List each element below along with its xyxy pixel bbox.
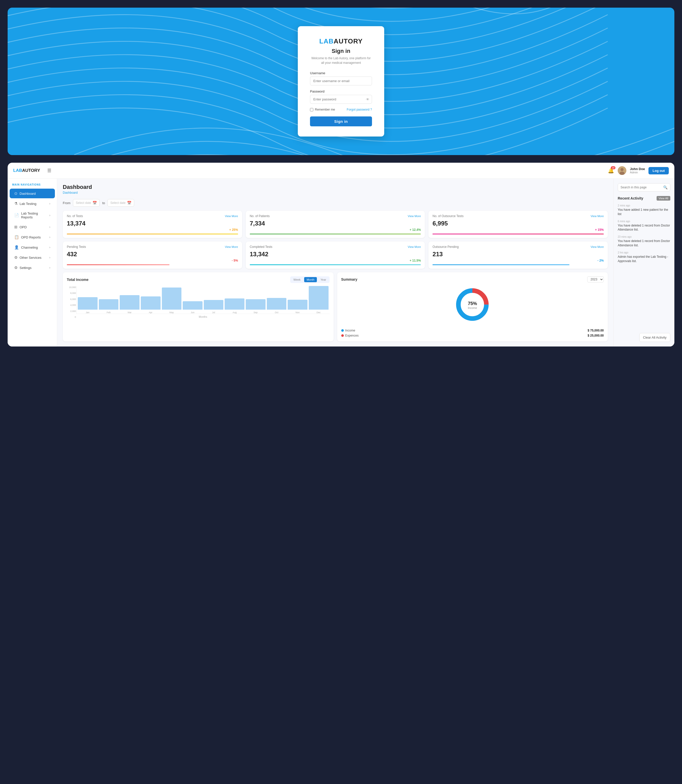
search-icon: 🔍 xyxy=(663,185,668,189)
year-tab[interactable]: Year xyxy=(318,277,328,282)
user-role: Admin xyxy=(630,171,645,174)
summary-title: Summary xyxy=(341,277,357,281)
svg-point-1 xyxy=(620,168,623,171)
stat-card-outsource-pending: Outsource Pending View More 213 - 2% xyxy=(429,241,608,269)
password-group: Password 👁 xyxy=(310,89,372,104)
chevron-icon: › xyxy=(49,214,50,217)
date-filter: From Select date 📅 to Select date 📅 xyxy=(63,199,608,207)
bar-col xyxy=(120,295,140,310)
bar-label: May xyxy=(169,311,174,314)
sidebar-item-label: Lab Testing Reports xyxy=(21,211,49,219)
income-label: Income xyxy=(345,329,355,332)
view-more-outsource[interactable]: View More xyxy=(591,214,604,217)
view-more-tests[interactable]: View More xyxy=(225,214,238,217)
stat-value-pending: 432 xyxy=(67,251,238,258)
activity-text: You have deleted 1 record from Doctor At… xyxy=(618,239,670,247)
lab-testing-icon: ⚗ xyxy=(14,201,18,206)
stat-value-tests: 13,374 xyxy=(67,220,238,227)
remember-checkbox[interactable] xyxy=(310,108,313,111)
bar-label: Sep xyxy=(253,311,258,314)
chart-tabs: Week Month Year xyxy=(290,276,330,283)
sidebar-section-label: MAIN NAVIGATIONS xyxy=(8,183,57,188)
signin-button[interactable]: Sign in xyxy=(310,117,372,126)
stat-value-outsource: 6,995 xyxy=(432,220,604,227)
sidebar-item-lab-testing[interactable]: ⚗ Lab Testing › xyxy=(10,199,55,208)
calendar-icon-2: 📅 xyxy=(127,201,131,205)
eye-icon[interactable]: 👁 xyxy=(366,97,370,101)
stat-title: Completed Tests xyxy=(250,245,272,249)
stat-bar-outsource xyxy=(432,234,604,235)
activity-item: 6 mins agoYou have deleted 1 record from… xyxy=(618,220,670,232)
forgot-password-link[interactable]: Forgot password ? xyxy=(347,108,372,111)
chevron-icon: › xyxy=(49,225,50,229)
opd-icon: ⊞ xyxy=(14,225,18,229)
view-more-outsource-pending[interactable]: View More xyxy=(591,245,604,248)
stat-value-completed: 13,342 xyxy=(250,251,421,258)
search-input[interactable] xyxy=(620,185,661,189)
sidebar-item-dashboard[interactable]: ⊙ Dashboard xyxy=(10,188,55,198)
stat-change-outsource-pending: - 2% xyxy=(432,259,604,262)
charts-row: Total Income Week Month Year 10,000 8,00… xyxy=(63,272,608,342)
view-all-button[interactable]: View All xyxy=(657,196,670,201)
bar-chart-container: 10,000 8,000 6,000 4,000 2,000 0 JanFebM… xyxy=(67,286,330,323)
stat-cards-row-2: Pending Tests View More 432 - 5% Complet… xyxy=(63,241,608,269)
donut-legend: Income $ 75,000.00 Expences $ 25,000.00 xyxy=(341,329,604,337)
clear-activity-button[interactable]: Clear All Activity xyxy=(639,333,670,342)
from-date-input[interactable]: Select date 📅 xyxy=(73,199,100,207)
activity-item: 2 mins agoYou have added 1 new patient f… xyxy=(618,204,670,216)
password-input[interactable] xyxy=(310,95,372,104)
bar-wrap: Apr xyxy=(141,286,161,314)
activity-time: 23 mins ago xyxy=(618,235,670,238)
view-more-patients[interactable]: View More xyxy=(408,214,421,217)
sidebar-item-opd-reports[interactable]: 📋 OPD Reports › xyxy=(10,232,55,242)
username-input[interactable] xyxy=(310,77,372,85)
stat-change-tests: + 25% xyxy=(67,228,238,232)
sidebar-item-other-services[interactable]: ⚙ Other Services › xyxy=(10,253,55,262)
sidebar-item-lab-testing-reports[interactable]: 📄 Lab Testing Reports › xyxy=(10,209,55,222)
expense-dot xyxy=(341,334,344,337)
bar-label: Apr xyxy=(149,311,153,314)
week-tab[interactable]: Week xyxy=(291,277,303,282)
activity-time: 2 hrs ago xyxy=(618,251,670,254)
year-select[interactable]: 2023 2022 2021 xyxy=(587,276,604,283)
income-value: $ 75,000.00 xyxy=(588,329,604,332)
income-dot xyxy=(341,329,344,332)
bar-label: Dec xyxy=(317,311,321,314)
stat-title: No. of Outsource Tests xyxy=(432,214,464,218)
channeling-icon: 👤 xyxy=(14,245,19,250)
activity-list: 2 mins agoYou have added 1 new patient f… xyxy=(618,204,670,329)
remember-label[interactable]: Remember me xyxy=(310,108,335,111)
sidebar-item-channeling[interactable]: 👤 Channeling › xyxy=(10,243,55,252)
month-tab[interactable]: Month xyxy=(304,277,317,282)
sidebar-item-opd[interactable]: ⊞ OPD › xyxy=(10,222,55,232)
nav-logo: LABAUTORY xyxy=(13,168,40,173)
bar-col xyxy=(99,299,119,310)
bar-label: Jul xyxy=(212,311,215,314)
login-card: LABAUTORY Sign in Welcome to the Lab Aut… xyxy=(298,26,384,137)
sidebar-item-label: OPD Reports xyxy=(21,235,41,239)
view-more-pending[interactable]: View More xyxy=(225,245,238,248)
to-date-input[interactable]: Select date 📅 xyxy=(107,199,134,207)
bar-label: Aug xyxy=(233,311,237,314)
bell-badge: 10 xyxy=(611,166,615,169)
sidebar-item-settings[interactable]: ⚙ Settings › xyxy=(10,263,55,273)
stat-card-pending: Pending Tests View More 432 - 5% xyxy=(63,241,242,269)
stat-card-outsource: No. of Outsource Tests View More 6,995 +… xyxy=(429,211,608,238)
sidebar-item-label: Other Services xyxy=(19,256,41,260)
activity-time: 6 mins ago xyxy=(618,220,670,223)
bell-wrapper[interactable]: 🔔 10 xyxy=(608,168,614,174)
bar-label: Oct xyxy=(275,311,278,314)
y-axis: 10,000 8,000 6,000 4,000 2,000 0 xyxy=(67,286,76,318)
stat-value-patients: 7,334 xyxy=(250,220,421,227)
chevron-icon: › xyxy=(49,266,50,270)
settings-icon: ⚙ xyxy=(14,265,18,270)
logout-button[interactable]: Log out xyxy=(649,167,669,174)
view-more-completed[interactable]: View More xyxy=(408,245,421,248)
nav-right: 🔔 10 John Doe Admin Log out xyxy=(608,166,669,175)
bar-wrap: Nov xyxy=(288,286,308,314)
activity-item: 2 hrs agoAdmin has exported the Lab Test… xyxy=(618,251,670,263)
dashboard-icon: ⊙ xyxy=(14,191,18,196)
user-avatar xyxy=(618,166,626,175)
bar-label: Jan xyxy=(86,311,90,314)
hamburger-button[interactable]: ☰ xyxy=(46,167,53,174)
